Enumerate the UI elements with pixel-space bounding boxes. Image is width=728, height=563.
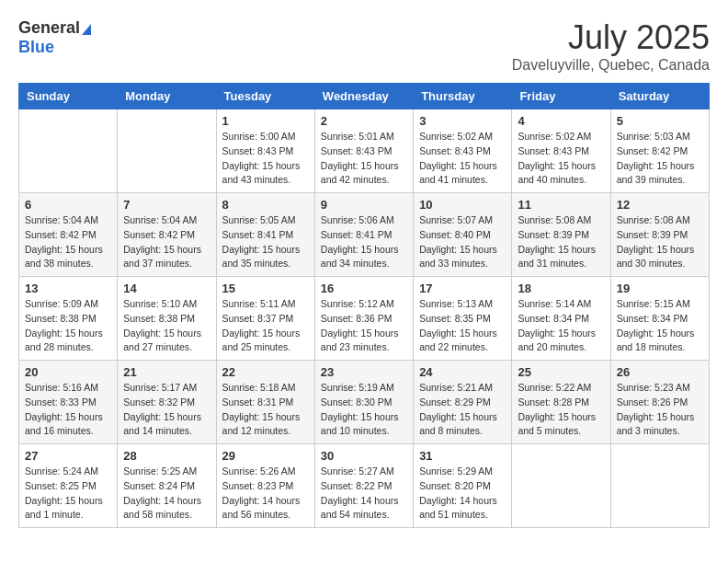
day-info: Sunrise: 5:09 AMSunset: 8:38 PMDaylight:… (25, 297, 111, 355)
day-info: Sunrise: 5:08 AMSunset: 8:39 PMDaylight:… (617, 213, 703, 271)
day-info: Sunrise: 5:12 AMSunset: 8:36 PMDaylight:… (321, 297, 407, 355)
calendar-cell: 28Sunrise: 5:25 AMSunset: 8:24 PMDayligh… (118, 444, 216, 528)
calendar-cell: 14Sunrise: 5:10 AMSunset: 8:38 PMDayligh… (118, 277, 216, 361)
calendar-cell: 29Sunrise: 5:26 AMSunset: 8:23 PMDayligh… (216, 444, 314, 528)
calendar-cell (610, 444, 709, 528)
day-number: 20 (25, 365, 111, 379)
calendar-cell: 25Sunrise: 5:22 AMSunset: 8:28 PMDayligh… (512, 361, 610, 444)
day-number: 18 (518, 282, 604, 295)
calendar-week-row: 1Sunrise: 5:00 AMSunset: 8:43 PMDaylight… (19, 109, 710, 193)
day-info: Sunrise: 5:24 AMSunset: 8:25 PMDaylight:… (25, 465, 111, 523)
title-block: July 2025 Daveluyville, Quebec, Canada (512, 18, 710, 74)
calendar-cell: 12Sunrise: 5:08 AMSunset: 8:39 PMDayligh… (610, 193, 709, 277)
calendar-cell: 6Sunrise: 5:04 AMSunset: 8:42 PMDaylight… (19, 193, 118, 277)
calendar-cell: 30Sunrise: 5:27 AMSunset: 8:22 PMDayligh… (314, 444, 413, 528)
calendar-cell: 1Sunrise: 5:00 AMSunset: 8:43 PMDaylight… (216, 109, 314, 193)
weekday-header-monday: Monday (118, 84, 216, 109)
calendar-cell: 23Sunrise: 5:19 AMSunset: 8:30 PMDayligh… (314, 361, 413, 444)
calendar-week-row: 13Sunrise: 5:09 AMSunset: 8:38 PMDayligh… (19, 277, 710, 361)
day-info: Sunrise: 5:05 AMSunset: 8:41 PMDaylight:… (222, 213, 309, 271)
day-info: Sunrise: 5:14 AMSunset: 8:34 PMDaylight:… (518, 297, 604, 355)
calendar-cell (19, 109, 118, 193)
day-info: Sunrise: 5:07 AMSunset: 8:40 PMDaylight:… (419, 213, 506, 271)
calendar-cell (118, 109, 216, 193)
day-info: Sunrise: 5:18 AMSunset: 8:31 PMDaylight:… (222, 381, 309, 439)
day-info: Sunrise: 5:29 AMSunset: 8:20 PMDaylight:… (419, 465, 506, 523)
day-number: 29 (222, 449, 309, 463)
day-info: Sunrise: 5:02 AMSunset: 8:43 PMDaylight:… (518, 130, 604, 188)
day-number: 7 (123, 198, 210, 212)
day-info: Sunrise: 5:16 AMSunset: 8:33 PMDaylight:… (25, 381, 111, 439)
calendar-cell: 27Sunrise: 5:24 AMSunset: 8:25 PMDayligh… (19, 444, 118, 528)
calendar-cell: 26Sunrise: 5:23 AMSunset: 8:26 PMDayligh… (610, 361, 709, 444)
day-info: Sunrise: 5:13 AMSunset: 8:35 PMDaylight:… (419, 297, 506, 355)
day-info: Sunrise: 5:17 AMSunset: 8:32 PMDaylight:… (123, 381, 210, 439)
day-number: 30 (321, 449, 407, 463)
calendar-week-row: 6Sunrise: 5:04 AMSunset: 8:42 PMDaylight… (19, 193, 710, 277)
day-info: Sunrise: 5:11 AMSunset: 8:37 PMDaylight:… (222, 297, 309, 355)
day-number: 4 (518, 114, 604, 128)
calendar-cell: 11Sunrise: 5:08 AMSunset: 8:39 PMDayligh… (512, 193, 610, 277)
day-number: 5 (617, 114, 703, 128)
calendar-cell: 3Sunrise: 5:02 AMSunset: 8:43 PMDaylight… (414, 109, 512, 193)
calendar-cell: 9Sunrise: 5:06 AMSunset: 8:41 PMDaylight… (314, 193, 413, 277)
day-number: 25 (518, 365, 604, 379)
day-number: 11 (518, 198, 604, 212)
calendar-cell: 8Sunrise: 5:05 AMSunset: 8:41 PMDaylight… (216, 193, 314, 277)
day-number: 3 (419, 114, 506, 128)
day-number: 16 (321, 282, 407, 295)
logo: General Blue (18, 18, 93, 57)
day-info: Sunrise: 5:03 AMSunset: 8:42 PMDaylight:… (617, 130, 703, 188)
day-number: 1 (222, 114, 309, 128)
calendar-cell: 24Sunrise: 5:21 AMSunset: 8:29 PMDayligh… (414, 361, 512, 444)
day-info: Sunrise: 5:04 AMSunset: 8:42 PMDaylight:… (123, 213, 210, 271)
day-info: Sunrise: 5:01 AMSunset: 8:43 PMDaylight:… (321, 130, 407, 188)
day-info: Sunrise: 5:00 AMSunset: 8:43 PMDaylight:… (222, 130, 309, 188)
weekday-header-wednesday: Wednesday (314, 84, 413, 109)
day-info: Sunrise: 5:04 AMSunset: 8:42 PMDaylight:… (25, 213, 111, 271)
weekday-header-saturday: Saturday (610, 84, 709, 109)
logo-general: General (18, 18, 80, 37)
day-number: 10 (419, 198, 506, 212)
day-info: Sunrise: 5:22 AMSunset: 8:28 PMDaylight:… (518, 381, 604, 439)
location: Daveluyville, Quebec, Canada (512, 57, 710, 74)
calendar-cell: 19Sunrise: 5:15 AMSunset: 8:34 PMDayligh… (610, 277, 709, 361)
calendar-header-row: SundayMondayTuesdayWednesdayThursdayFrid… (19, 84, 710, 109)
calendar-table: SundayMondayTuesdayWednesdayThursdayFrid… (18, 83, 710, 528)
day-number: 8 (222, 198, 309, 212)
day-info: Sunrise: 5:25 AMSunset: 8:24 PMDaylight:… (123, 465, 210, 523)
weekday-header-sunday: Sunday (19, 84, 118, 109)
day-info: Sunrise: 5:21 AMSunset: 8:29 PMDaylight:… (419, 381, 506, 439)
day-info: Sunrise: 5:26 AMSunset: 8:23 PMDaylight:… (222, 465, 309, 523)
day-number: 24 (419, 365, 506, 379)
calendar-cell: 18Sunrise: 5:14 AMSunset: 8:34 PMDayligh… (512, 277, 610, 361)
day-info: Sunrise: 5:08 AMSunset: 8:39 PMDaylight:… (518, 213, 604, 271)
day-number: 26 (617, 365, 703, 379)
calendar-cell: 10Sunrise: 5:07 AMSunset: 8:40 PMDayligh… (414, 193, 512, 277)
day-number: 28 (123, 449, 210, 463)
weekday-header-tuesday: Tuesday (216, 84, 314, 109)
day-number: 9 (321, 198, 407, 212)
calendar-cell: 7Sunrise: 5:04 AMSunset: 8:42 PMDaylight… (118, 193, 216, 277)
calendar-cell: 20Sunrise: 5:16 AMSunset: 8:33 PMDayligh… (19, 361, 118, 444)
day-number: 14 (123, 282, 210, 295)
calendar-cell: 13Sunrise: 5:09 AMSunset: 8:38 PMDayligh… (19, 277, 118, 361)
calendar-cell: 4Sunrise: 5:02 AMSunset: 8:43 PMDaylight… (512, 109, 610, 193)
day-number: 31 (419, 449, 506, 463)
calendar-cell: 2Sunrise: 5:01 AMSunset: 8:43 PMDaylight… (314, 109, 413, 193)
calendar-cell: 22Sunrise: 5:18 AMSunset: 8:31 PMDayligh… (216, 361, 314, 444)
calendar-cell: 15Sunrise: 5:11 AMSunset: 8:37 PMDayligh… (216, 277, 314, 361)
day-number: 21 (123, 365, 210, 379)
weekday-header-friday: Friday (512, 84, 610, 109)
calendar-cell: 16Sunrise: 5:12 AMSunset: 8:36 PMDayligh… (314, 277, 413, 361)
calendar-cell: 17Sunrise: 5:13 AMSunset: 8:35 PMDayligh… (414, 277, 512, 361)
calendar-cell: 21Sunrise: 5:17 AMSunset: 8:32 PMDayligh… (118, 361, 216, 444)
day-number: 17 (419, 282, 506, 295)
weekday-header-thursday: Thursday (414, 84, 512, 109)
calendar-cell: 31Sunrise: 5:29 AMSunset: 8:20 PMDayligh… (414, 444, 512, 528)
logo-icon (82, 24, 91, 35)
day-info: Sunrise: 5:06 AMSunset: 8:41 PMDaylight:… (321, 213, 407, 271)
day-number: 15 (222, 282, 309, 295)
day-number: 27 (25, 449, 111, 463)
page-header: General Blue July 2025 Daveluyville, Que… (18, 18, 710, 74)
